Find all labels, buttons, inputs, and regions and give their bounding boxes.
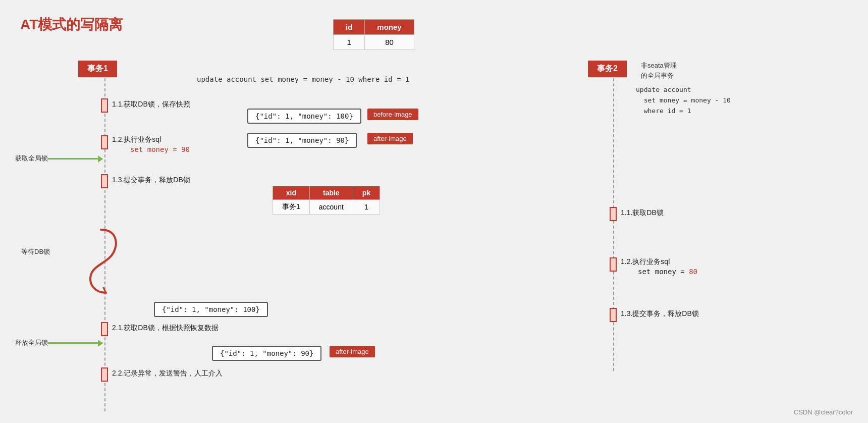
undo-cell-pk: 1 — [353, 200, 379, 215]
tx2-step1-2-sub: set money = 80 — [638, 268, 697, 276]
wait-db-lock-label: 等待DB锁 — [21, 247, 50, 256]
undo-header-pk: pk — [353, 186, 379, 200]
tx2-step1-1-marker — [610, 207, 617, 221]
step1-1-marker — [101, 98, 108, 113]
db-table-container: id money 1 80 — [333, 19, 414, 50]
tx2-timeline — [613, 78, 614, 371]
watermark: CSDN @clear?color — [794, 408, 853, 416]
step1-3-marker — [101, 174, 108, 188]
db-table-cell-money: 80 — [365, 35, 414, 50]
tx2-sql: update account set money = money - 10 wh… — [636, 85, 731, 116]
step2-1-text: 2.1.获取DB锁，根据快照恢复数据 — [112, 324, 219, 333]
spiral-arrow — [81, 227, 121, 300]
step1-1-text: 1.1.获取DB锁，保存快照 — [112, 100, 190, 109]
tx2-step1-1-text: 1.1.获取DB锁 — [621, 208, 664, 218]
main-sql: update account set money = money - 10 wh… — [197, 75, 409, 84]
tx2-step1-2-text: 1.2.执行业务sql — [621, 257, 670, 267]
acquire-global-lock-label: 获取全局锁 — [15, 154, 48, 163]
tx2-box: 事务2 非seata管理 的全局事务 — [588, 61, 627, 77]
tx2-step1-3-marker — [610, 308, 617, 322]
release-global-lock-label: 释放全局锁 — [15, 338, 48, 347]
page: AT模式的写隔离 id money 1 80 update account se… — [0, 0, 868, 423]
tx1-box: 事务1 — [78, 61, 117, 77]
db-table-header-money: money — [365, 20, 414, 35]
tx2-step1-2-marker — [610, 257, 617, 272]
undo-table-container: xid table pk 事务1 account 1 — [273, 186, 380, 215]
tx2-note: 非seata管理 的全局事务 — [641, 61, 677, 80]
step1-2-sub: set money = 90 — [130, 145, 190, 153]
before-image-json-box: {"id": 1, "money": 100} — [247, 109, 361, 124]
undo-header-xid: xid — [273, 186, 310, 200]
rollback-json-box: {"id": 1, "money": 100} — [154, 302, 268, 317]
after-image-json-box: {"id": 1, "money": 90} — [247, 133, 357, 148]
db-table-cell-id: 1 — [334, 35, 365, 50]
before-image-label: before-image — [367, 109, 418, 120]
undo-table: xid table pk 事务1 account 1 — [273, 186, 380, 215]
acquire-global-lock-arrow — [48, 158, 102, 160]
step2-2-marker — [101, 367, 108, 382]
db-table: id money 1 80 — [333, 19, 414, 50]
undo-header-table: table — [309, 186, 353, 200]
db-table-header-id: id — [334, 20, 365, 35]
step1-2-text: 1.2.执行业务sql — [112, 135, 161, 144]
step1-3-text: 1.3.提交事务，释放DB锁 — [112, 176, 190, 185]
step2-2-json-box: {"id": 1, "money": 90} — [212, 346, 321, 361]
step2-2-label: after-image — [330, 346, 375, 357]
db-table-row: 1 80 — [334, 35, 414, 50]
tx2-step1-3-text: 1.3.提交事务，释放DB锁 — [621, 309, 699, 319]
release-global-lock-arrow — [48, 342, 102, 344]
undo-table-row: 事务1 account 1 — [273, 200, 380, 215]
undo-cell-xid: 事务1 — [273, 200, 310, 215]
after-image-label: after-image — [367, 133, 413, 144]
page-title: AT模式的写隔离 — [20, 15, 848, 34]
undo-cell-table: account — [309, 200, 353, 215]
step2-1-marker — [101, 322, 108, 336]
step1-2-marker — [101, 135, 108, 149]
step2-2-text: 2.2.记录异常，发送警告，人工介入 — [112, 369, 223, 378]
